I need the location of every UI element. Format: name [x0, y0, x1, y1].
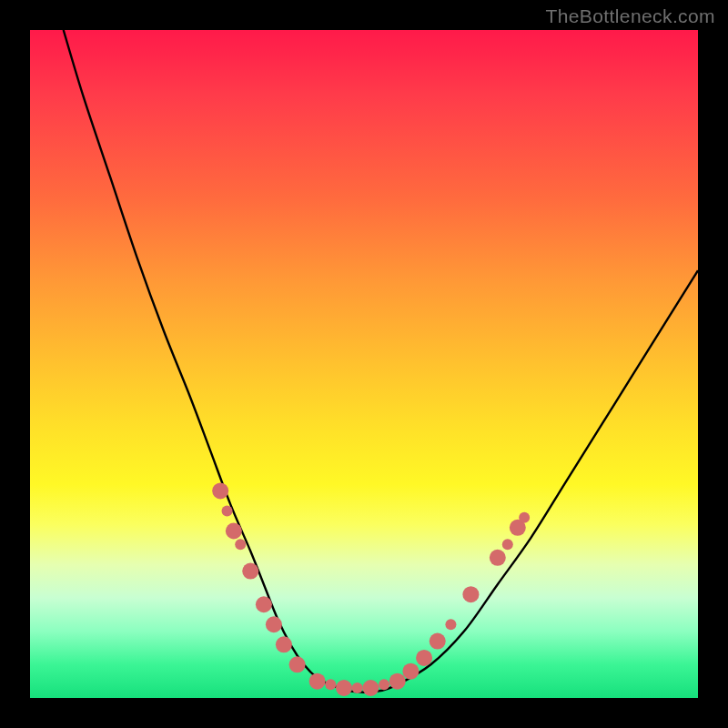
marker-point	[402, 663, 419, 680]
marker-point	[309, 673, 326, 690]
marker-point	[389, 673, 406, 690]
marker-point	[445, 619, 456, 630]
marker-point	[490, 550, 506, 566]
bottleneck-curve	[64, 30, 698, 693]
marker-point	[519, 512, 530, 523]
marker-point	[325, 679, 336, 690]
marker-point	[462, 586, 479, 602]
highlighted-points	[212, 482, 530, 696]
marker-point	[502, 539, 513, 550]
marker-point	[242, 563, 258, 580]
marker-point	[266, 616, 282, 632]
marker-point	[289, 656, 306, 672]
marker-point	[226, 523, 242, 540]
marker-point	[235, 539, 246, 550]
marker-point	[276, 636, 292, 652]
watermark-text: TheBottleneck.com	[545, 5, 715, 27]
marker-point	[416, 650, 432, 666]
chart-plot-area	[30, 30, 698, 698]
marker-point	[212, 482, 228, 499]
marker-point	[362, 680, 379, 696]
marker-point	[352, 682, 363, 693]
marker-point	[336, 680, 352, 696]
chart-frame: TheBottleneck.com	[0, 0, 728, 728]
marker-point	[379, 679, 389, 690]
marker-point	[222, 505, 233, 516]
chart-overlay	[30, 30, 698, 698]
marker-point	[430, 633, 446, 650]
marker-point	[256, 596, 272, 612]
